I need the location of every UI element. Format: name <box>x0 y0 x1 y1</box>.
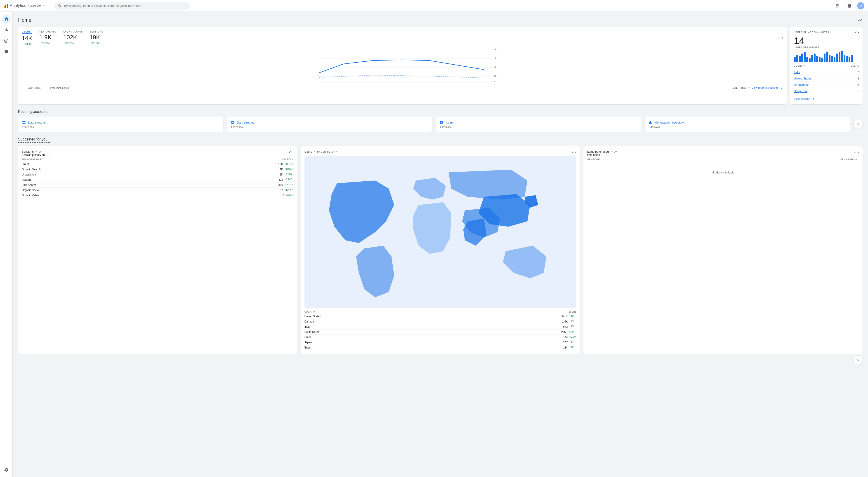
rt-user-count: 3 <box>857 77 859 80</box>
top-cards-row: Users 14K 333.4% Key events 1.9K 257.3% … <box>18 27 863 104</box>
user-value: 247 <box>563 341 567 344</box>
sidebar-item-home[interactable] <box>2 14 11 24</box>
view-realtime-link[interactable]: View realtime <box>794 97 859 101</box>
sidebar-item-advertising[interactable] <box>2 47 11 56</box>
key-events-value: 1.9K <box>39 34 56 41</box>
user-country: South Korea <box>305 331 561 334</box>
items-card-header: Items purchased by Item name <box>587 150 617 157</box>
session-primary: Referral <box>22 178 278 181</box>
main-content: Home Users 14K 333.4% Key events 1.9K 25… <box>13 12 868 477</box>
user-change: ↑414... <box>569 315 576 318</box>
suggested-cards-row: Sessions by Session primary ch... ✓ ▾ <box>18 146 863 354</box>
logo-bar-1 <box>4 6 5 8</box>
sessions-dim-icon[interactable] <box>48 154 51 157</box>
svg-text:2K: 2K <box>494 66 497 68</box>
sessions-value: 19K <box>90 34 103 41</box>
compass-icon <box>4 38 9 43</box>
customize-icon[interactable] <box>857 18 863 23</box>
metric-key-events[interactable]: Key events 1.9K 257.3% <box>39 30 56 45</box>
users-table-row: United States9.1K↑414... <box>305 314 577 319</box>
users-table-row: Japan247↑384... <box>305 340 577 345</box>
users-dim-icon[interactable] <box>335 150 338 154</box>
sidebar-item-settings[interactable] <box>2 465 11 474</box>
metric-users[interactable]: Users 14K 333.4% <box>22 30 32 45</box>
metric-sessions[interactable]: Sessions 19K 381.5% <box>90 30 103 45</box>
recently-accessed-section: Recently accessed Data streams 4 days ag… <box>18 110 863 132</box>
view-reports-link[interactable]: View reports snapshot <box>752 86 783 90</box>
session-value: 97 <box>280 189 283 192</box>
settings-icon <box>4 467 9 472</box>
search-bar[interactable] <box>54 2 190 10</box>
users-col1: COUNTRY <box>305 311 315 313</box>
sessions-table-row: Organic Social97↑136.6% <box>22 188 293 193</box>
rt-country-name[interactable]: India <box>794 70 800 74</box>
suggested-underline <box>18 142 50 143</box>
items-filter-icon[interactable] <box>610 150 613 154</box>
svg-text:06: 06 <box>484 83 486 84</box>
recent-card-4[interactable]: Monetization overview 4 days ago <box>645 116 850 132</box>
sessions-card-menu[interactable]: ▾ <box>292 151 293 154</box>
mini-bar-item <box>804 52 806 62</box>
mini-bar-item <box>824 54 826 62</box>
app-title: Analytics <box>10 3 26 8</box>
session-change: ↑190.3% <box>285 168 293 171</box>
sidebar-item-explore[interactable] <box>2 36 11 45</box>
items-dimension: Item name <box>587 154 600 157</box>
session-value: 1K <box>280 173 283 176</box>
svg-text:01 Apr: 01 Apr <box>344 83 349 84</box>
realtime-dropdown[interactable]: ▾ <box>858 31 859 34</box>
users-filter-icon[interactable] <box>313 150 316 154</box>
sessions-table-header: SESSION PRIMARY ... SESSIONS <box>22 158 293 161</box>
help-button[interactable] <box>845 2 854 10</box>
mini-bar-item <box>809 58 811 62</box>
suggested-cards-next-button[interactable] <box>854 356 863 365</box>
user-country: India <box>305 325 563 329</box>
metrics-card: Users 14K 333.4% Key events 1.9K 257.3% … <box>18 27 786 104</box>
mini-bar-item <box>801 54 803 62</box>
items-card-menu[interactable]: ▾ <box>858 151 859 154</box>
svg-text:03: 03 <box>402 83 405 84</box>
grid-button[interactable] <box>834 2 842 10</box>
recent-card-4-title: Monetization overview <box>648 120 846 125</box>
rt-country-name[interactable]: Hong Kong <box>794 90 809 93</box>
realtime-check-icon: ✓ <box>854 30 857 35</box>
recent-card-3-title: Admin <box>439 120 638 125</box>
search-input[interactable] <box>64 4 186 7</box>
mini-bar-item <box>814 54 815 62</box>
recent-card-1[interactable]: Data streams 4 days ago <box>18 116 223 132</box>
rt-country-name[interactable]: Bangladesh <box>794 83 809 87</box>
world-map-svg <box>305 156 577 308</box>
avatar[interactable]: U <box>857 2 864 9</box>
sessions-filter-icon[interactable] <box>35 150 38 154</box>
recent-cards-row: Data streams 4 days ago Data streams 4 d… <box>18 116 863 132</box>
sidebar-item-reports[interactable] <box>2 25 11 34</box>
metrics-dropdown[interactable]: ▾ <box>782 37 783 39</box>
check-icon: ✓ <box>777 36 780 40</box>
recent-cards-next-button[interactable] <box>854 120 863 129</box>
users-card-menu[interactable]: ▾ <box>575 151 576 154</box>
home-icon <box>4 16 9 22</box>
users-table-body: United States9.1K↑414...Canada1.4K↑537..… <box>305 314 577 350</box>
realtime-table-row: Bangladesh2 <box>794 82 859 88</box>
metric-event-count[interactable]: Event count 102K 303.5% <box>63 30 82 45</box>
mini-bar-item <box>821 58 823 62</box>
session-value: 16K <box>278 163 283 166</box>
session-value: 4 <box>283 194 284 197</box>
realtime-value: 14 <box>794 35 859 46</box>
rt-country-name[interactable]: United States <box>794 77 811 80</box>
users-table-row: China257↑2.0% <box>305 335 577 340</box>
session-change: ↑1,247... <box>285 178 293 181</box>
recent-card-3[interactable]: Admin 4 days ago <box>436 116 641 132</box>
account-selector[interactable]: All accounts <box>28 4 46 8</box>
sessions-card-header: Sessions by Session primary ch... <box>22 150 51 157</box>
session-change: ↑443.7% <box>285 183 293 186</box>
user-value: 9.1K <box>562 315 568 318</box>
session-change: ↑33.3% <box>286 194 293 197</box>
realtime-rows: India7United States3Bangladesh2Hong Kong… <box>794 69 859 94</box>
realtime-table-header: COUNTRY USERS <box>794 65 859 68</box>
event-count-value: 102K <box>63 34 82 41</box>
date-range-button[interactable]: Last 7 days <box>733 86 751 90</box>
users-change: 333.4% <box>22 43 32 45</box>
users-label: Users <box>22 30 32 34</box>
recent-card-2[interactable]: Data streams 4 days ago <box>227 116 432 132</box>
